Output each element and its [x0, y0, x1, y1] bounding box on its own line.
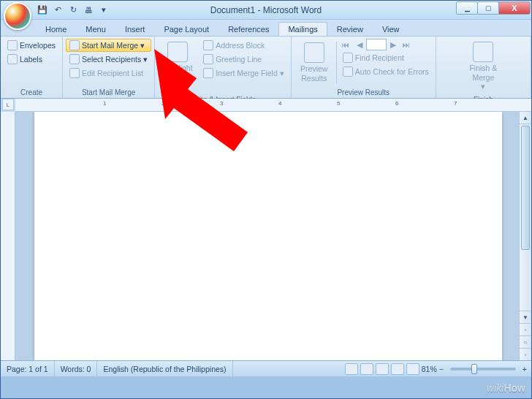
- outline-view-button[interactable]: [391, 363, 404, 375]
- editor-area: ▲ ▼ ◦ ○ ◦: [1, 112, 531, 360]
- browse-object-button[interactable]: ○: [520, 335, 531, 348]
- tab-view[interactable]: View: [373, 22, 409, 36]
- zoom-slider[interactable]: [450, 368, 516, 370]
- ribbon: Envelopes Labels Create Start Mail Merge…: [1, 36, 531, 99]
- web-layout-view-button[interactable]: [376, 363, 389, 375]
- zoom-out-button[interactable]: −: [439, 365, 444, 373]
- window-controls: ▁ ▢ X: [457, 1, 531, 15]
- vertical-ruler[interactable]: [1, 112, 15, 360]
- maximize-button[interactable]: ▢: [477, 1, 499, 15]
- vertical-scrollbar[interactable]: ▲ ▼ ◦ ○ ◦: [519, 112, 531, 360]
- chevron-down-icon: ▾: [481, 82, 485, 91]
- preview-icon: [304, 42, 324, 63]
- group-preview-results: Preview Results ⏮ ◀ ▶ ⏭ Find Recipient A…: [292, 37, 436, 98]
- ruler-number: 4: [278, 100, 281, 107]
- record-number-input[interactable]: [366, 39, 387, 50]
- group-finish: Finish & Merge▾ Finish: [436, 37, 531, 98]
- select-recipients-button[interactable]: Select Recipients▾: [66, 53, 151, 66]
- full-screen-view-button[interactable]: [360, 363, 373, 375]
- separator: [336, 42, 337, 84]
- chevron-down-icon: ▾: [140, 41, 145, 50]
- find-recipient-button[interactable]: Find Recipient: [339, 51, 433, 64]
- language-status[interactable]: English (Republic of the Philippines): [97, 361, 232, 376]
- ruler-number: 3: [220, 100, 223, 107]
- address-block-button[interactable]: Address Block: [200, 39, 288, 52]
- first-icon: ⏮: [342, 40, 350, 49]
- highlight-merge-fields-button[interactable]: Highlight Merge Fields: [158, 39, 197, 94]
- prev-page-button[interactable]: ◦: [520, 323, 531, 335]
- tab-home[interactable]: Home: [36, 22, 76, 36]
- tab-insert[interactable]: Insert: [115, 22, 155, 36]
- zoom-value[interactable]: 81%: [422, 365, 437, 373]
- status-right: 81% − +: [341, 363, 531, 375]
- horizontal-ruler[interactable]: L 1 2 3 4 5 6 7: [15, 99, 531, 112]
- group-label: Start Mail Merge: [66, 87, 151, 98]
- print-icon[interactable]: 🖶: [82, 4, 95, 17]
- tab-selector[interactable]: L: [2, 99, 14, 110]
- prev-record-button[interactable]: ◀: [354, 39, 365, 50]
- tab-references[interactable]: References: [218, 22, 278, 36]
- ribbon-tabs: Home Menu Insert Page Layout References …: [1, 20, 531, 36]
- group-create: Envelopes Labels Create: [1, 37, 63, 98]
- ruler-number: 2: [162, 100, 164, 107]
- scroll-track[interactable]: [520, 124, 531, 311]
- undo-icon[interactable]: ↶: [51, 4, 64, 17]
- customize-icon[interactable]: ▾: [97, 4, 110, 17]
- words-status[interactable]: Words: 0: [55, 361, 98, 376]
- document-page[interactable]: [34, 112, 502, 360]
- scroll-up-button[interactable]: ▲: [520, 112, 531, 124]
- scroll-thumb[interactable]: [521, 126, 530, 250]
- field-icon: [203, 68, 213, 78]
- titlebar: 💾 ↶ ↻ 🖶 ▾ Document1 - Microsoft Word ▁ ▢…: [1, 1, 531, 20]
- insert-merge-field-button[interactable]: Insert Merge Field▾: [200, 66, 288, 80]
- edit-list-icon: [69, 68, 80, 78]
- zoom-in-button[interactable]: +: [522, 365, 527, 373]
- zoom-slider-thumb[interactable]: [471, 364, 477, 374]
- print-layout-view-button[interactable]: [345, 363, 358, 375]
- tab-review[interactable]: Review: [327, 22, 373, 36]
- labels-button[interactable]: Labels: [4, 53, 59, 66]
- last-icon: ⏭: [403, 40, 411, 49]
- last-record-button[interactable]: ⏭: [400, 39, 414, 50]
- ruler-number: 1: [103, 100, 106, 107]
- ruler-number: 5: [337, 100, 340, 107]
- tab-menu[interactable]: Menu: [76, 22, 115, 36]
- next-icon: ▶: [390, 40, 396, 49]
- chevron-down-icon: ▾: [280, 69, 284, 77]
- envelope-icon: [7, 40, 18, 50]
- page-status[interactable]: Page: 1 of 1: [1, 361, 55, 376]
- redo-icon[interactable]: ↻: [66, 4, 80, 17]
- scroll-down-button[interactable]: ▼: [520, 311, 531, 323]
- office-button[interactable]: [4, 2, 31, 30]
- group-start-mail-merge: Start Mail Merge▾ Select Recipients▾ Edi…: [63, 37, 155, 98]
- group-label: Preview Results: [294, 87, 433, 98]
- close-button[interactable]: X: [498, 1, 531, 15]
- finish-icon: [473, 42, 493, 62]
- finish-merge-button[interactable]: Finish & Merge▾: [463, 39, 503, 94]
- start-mail-merge-button[interactable]: Start Mail Merge▾: [66, 39, 151, 52]
- next-page-button[interactable]: ◦: [520, 348, 531, 360]
- quick-access-toolbar: 💾 ↶ ↻ 🖶 ▾: [36, 4, 110, 17]
- ruler-number: 6: [395, 100, 398, 107]
- status-bar: Page: 1 of 1 Words: 0 English (Republic …: [1, 360, 531, 376]
- document-canvas[interactable]: [15, 112, 519, 360]
- first-record-button[interactable]: ⏮: [339, 39, 353, 50]
- address-icon: [203, 40, 213, 50]
- tab-page-layout[interactable]: Page Layout: [154, 22, 218, 36]
- draft-view-button[interactable]: [406, 363, 419, 375]
- save-icon[interactable]: 💾: [36, 4, 49, 17]
- minimize-button[interactable]: ▁: [456, 1, 478, 15]
- auto-check-errors-button[interactable]: Auto Check for Errors: [339, 65, 433, 78]
- next-record-button[interactable]: ▶: [387, 39, 399, 50]
- start-merge-icon: [69, 40, 80, 50]
- prev-icon: ◀: [357, 40, 362, 49]
- find-icon: [343, 53, 353, 63]
- ruler-number: 7: [454, 100, 457, 107]
- edit-recipient-list-button[interactable]: Edit Recipient List: [66, 66, 151, 80]
- tab-mailings[interactable]: Mailings: [278, 22, 327, 36]
- preview-results-button[interactable]: Preview Results: [294, 39, 334, 87]
- greeting-icon: [203, 54, 213, 64]
- check-icon: [343, 66, 353, 77]
- envelopes-button[interactable]: Envelopes: [4, 39, 59, 52]
- greeting-line-button[interactable]: Greeting Line: [200, 53, 288, 66]
